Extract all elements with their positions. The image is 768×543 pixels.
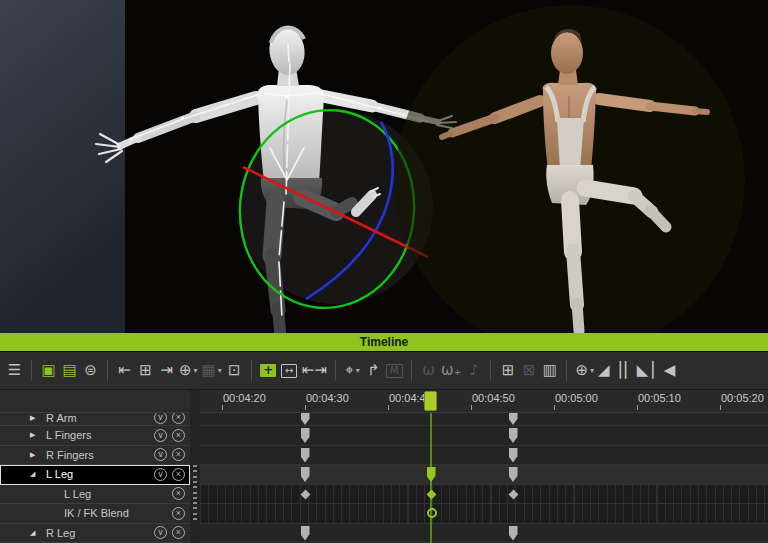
track-lane-l-leg[interactable] xyxy=(200,485,768,505)
track-label: IK / FK Blend xyxy=(64,507,172,519)
audio-note-icon: ♪ xyxy=(465,359,482,383)
ruler-tick xyxy=(554,405,555,410)
expand-triangle-icon[interactable]: ▶ xyxy=(30,414,41,422)
timeline-panel-header[interactable]: Timeline xyxy=(0,333,768,352)
curves-mode-icon[interactable]: ⊜ xyxy=(82,359,99,383)
track-lane-ik-fk-blend[interactable] xyxy=(200,504,768,524)
playhead-handle[interactable] xyxy=(424,391,437,411)
ramp-in-icon[interactable]: ◢▕ xyxy=(598,359,621,383)
track-delete-icon[interactable]: × xyxy=(172,526,185,539)
keyframes-mode-icon[interactable]: ▣ xyxy=(40,359,57,383)
add-view-icon[interactable]: ⊞ xyxy=(499,359,516,383)
track-delete-icon[interactable]: × xyxy=(172,468,185,481)
lips-add-icon[interactable]: ω₊ xyxy=(441,359,461,383)
add-interval-icon[interactable]: + xyxy=(260,359,277,383)
track-delete-icon[interactable]: × xyxy=(172,413,185,424)
refine-tracking-icon[interactable]: ⌖▾ xyxy=(344,359,361,383)
track-row-l-fingers[interactable]: ▶L Fingers∨× xyxy=(0,426,190,446)
lips-icon: ω xyxy=(420,359,437,383)
zoom-in-icon[interactable]: ⊕▾ xyxy=(575,359,594,383)
keyframe-arrow-gray[interactable] xyxy=(509,526,518,541)
zoom-in-dropdown-caret[interactable]: ▾ xyxy=(590,367,594,375)
track-lane-l-fingers[interactable] xyxy=(200,426,768,446)
track-options-icon[interactable]: ∨ xyxy=(154,429,167,442)
track-scroll-strip[interactable] xyxy=(190,413,200,543)
track-lane-r-leg[interactable] xyxy=(200,524,768,543)
keyframe-arrow-green[interactable] xyxy=(427,467,436,482)
refine-tracking-dropdown-caret[interactable]: ▾ xyxy=(356,367,360,375)
track-row-ik-fk-blend[interactable]: IK / FK Blend× xyxy=(0,504,190,524)
toolbar-separator xyxy=(411,360,412,381)
collapse-triangle-icon[interactable]: ◢ xyxy=(30,470,41,478)
expand-triangle-icon[interactable]: ▶ xyxy=(30,431,41,439)
viewport-3d[interactable] xyxy=(0,0,768,333)
insert-keyframe-icon[interactable]: ⊕▾ xyxy=(179,359,198,383)
ruler-timecode: 00:05:20 xyxy=(721,392,764,404)
track-list-icon[interactable]: ☰ xyxy=(6,359,23,383)
timeline-body: 00:04:2000:04:3000:04:4000:04:5000:05:00… xyxy=(0,390,768,543)
track-options-icon[interactable]: ∨ xyxy=(154,526,167,539)
time-ruler[interactable]: 00:04:2000:04:3000:04:4000:04:5000:05:00… xyxy=(200,390,768,413)
scroll-mark xyxy=(193,470,197,472)
snap-interval-icon[interactable]: ⇤⇥ xyxy=(302,359,327,383)
track-row-r-fingers[interactable]: ▶R Fingers∨× xyxy=(0,446,190,466)
toolbar-separator xyxy=(335,360,336,381)
track-delete-icon[interactable]: × xyxy=(172,507,185,520)
expand-triangle-icon[interactable]: ▶ xyxy=(30,451,41,459)
view-columns-icon[interactable]: ▥ xyxy=(541,359,558,383)
ramp-out-icon[interactable]: ▏◣ xyxy=(625,359,648,383)
scroll-mark xyxy=(193,513,197,515)
track-list-panel: ▶R Arm∨×▶L Fingers∨×▶R Fingers∨×◢L Leg∨×… xyxy=(0,413,190,543)
track-options-icon[interactable]: ∨ xyxy=(154,468,167,481)
track-row-l-leg[interactable]: L Leg× xyxy=(0,485,190,505)
branch-take-icon[interactable]: ↱ xyxy=(365,359,382,383)
keyframe-circle-green[interactable] xyxy=(427,508,437,518)
move-keyframe-left-icon[interactable]: ⇤ xyxy=(116,359,133,383)
track-row-r-leg[interactable]: ◢R Leg∨× xyxy=(0,524,190,543)
track-label: L Leg xyxy=(46,468,154,480)
ruler-spacer xyxy=(0,390,190,413)
track-lane-r-fingers[interactable] xyxy=(200,446,768,466)
keyframe-arrow-gray[interactable] xyxy=(509,467,518,482)
intervals-mode-icon[interactable]: ▤ xyxy=(61,359,78,383)
keyframe-arrow-gray[interactable] xyxy=(301,467,310,482)
ruler-tick xyxy=(305,405,306,410)
scroll-mark xyxy=(193,518,197,520)
keyframe-arrow-gray[interactable] xyxy=(301,448,310,463)
jump-start-icon[interactable]: ▏◀ xyxy=(652,359,675,383)
track-delete-icon[interactable]: × xyxy=(172,429,185,442)
add-keyframe-icon[interactable]: ⊞ xyxy=(137,359,154,383)
scroll-mark xyxy=(193,497,197,499)
track-label: R Arm xyxy=(46,413,154,424)
track-row-r-arm[interactable]: ▶R Arm∨× xyxy=(0,413,190,426)
keyframe-arrow-gray[interactable] xyxy=(509,448,518,463)
trim-interval-icon[interactable]: ⊡ xyxy=(226,359,243,383)
remove-view-icon: ⊠ xyxy=(520,359,537,383)
track-label: L Fingers xyxy=(46,429,154,441)
keyframe-arrow-gray[interactable] xyxy=(509,413,518,425)
keyframe-arrow-gray[interactable] xyxy=(509,428,518,443)
keyframe-arrow-gray[interactable] xyxy=(301,413,310,425)
insert-keyframe-dropdown-caret[interactable]: ▾ xyxy=(194,367,198,375)
ruler-timecode: 00:04:30 xyxy=(306,392,349,404)
track-lane-l-leg[interactable] xyxy=(200,465,768,485)
track-options-icon[interactable]: ∨ xyxy=(154,413,167,424)
ruler-tick xyxy=(720,405,721,410)
track-delete-icon[interactable]: × xyxy=(172,487,185,500)
ruler-timecode: 00:05:10 xyxy=(638,392,681,404)
collapse-triangle-icon[interactable]: ◢ xyxy=(30,529,41,537)
track-delete-icon[interactable]: × xyxy=(172,448,185,461)
keyframe-arrow-gray[interactable] xyxy=(301,428,310,443)
scroll-mark xyxy=(193,502,197,504)
track-row-l-leg[interactable]: ◢L Leg∨× xyxy=(0,465,190,485)
stretch-interval-icon[interactable]: ↔ xyxy=(281,359,298,383)
keyframe-diamond-green[interactable] xyxy=(426,489,436,499)
keyframe-diamond-gray[interactable] xyxy=(300,489,310,499)
keyframe-diamond-gray[interactable] xyxy=(508,489,518,499)
keyframe-arrow-gray[interactable] xyxy=(301,526,310,541)
ruler-timecode: 00:05:00 xyxy=(555,392,598,404)
track-lane-r-arm[interactable] xyxy=(200,413,768,426)
track-options-icon[interactable]: ∨ xyxy=(154,448,167,461)
duplicate-keyframe-dropdown-caret[interactable]: ▾ xyxy=(218,367,222,375)
move-keyframe-right-icon[interactable]: ⇥ xyxy=(158,359,175,383)
